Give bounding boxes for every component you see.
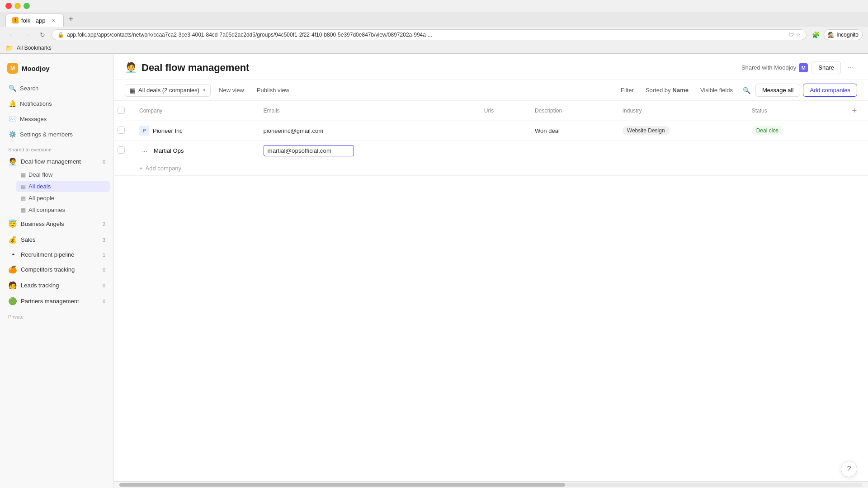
sidebar-item-deal-flow[interactable]: ▦ Deal flow bbox=[16, 169, 110, 180]
add-companies-btn[interactable]: Add companies bbox=[803, 84, 857, 97]
group-header-partners[interactable]: 🟢 Partners management 0 bbox=[4, 294, 110, 309]
row-checkbox[interactable] bbox=[118, 127, 125, 134]
new-view-btn[interactable]: New view bbox=[214, 84, 249, 96]
company-cell[interactable]: P Pioneer Inc bbox=[132, 121, 256, 141]
minimize-window-btn[interactable] bbox=[14, 3, 21, 9]
th-urls[interactable]: Urls bbox=[477, 101, 528, 121]
filter-btn[interactable]: Filter bbox=[616, 84, 638, 96]
table-header: Company Emails Urls Description Industry… bbox=[114, 101, 868, 121]
horizontal-scrollbar[interactable] bbox=[114, 481, 868, 488]
status-cell[interactable]: Deal clos bbox=[745, 121, 841, 141]
group-count: 1 bbox=[103, 252, 105, 258]
th-emails[interactable]: Emails bbox=[256, 101, 477, 121]
th-add-column[interactable]: + bbox=[841, 101, 868, 121]
urls-cell[interactable] bbox=[477, 121, 528, 141]
company-cell-inner: P Pioneer Inc bbox=[139, 126, 249, 136]
urls-cell[interactable] bbox=[477, 141, 528, 161]
industry-cell[interactable]: Website Design bbox=[615, 121, 745, 141]
sort-label: Sorted by bbox=[646, 87, 671, 94]
email-cell-active[interactable] bbox=[256, 141, 477, 161]
page-emoji: 🧑‍💼 bbox=[125, 62, 137, 74]
email-cell[interactable]: pioneerinc@gmail.com bbox=[256, 121, 477, 141]
add-company-checkbox-cell bbox=[114, 161, 132, 176]
row-more-btn[interactable]: ··· bbox=[139, 145, 150, 156]
add-column-btn[interactable]: + bbox=[848, 104, 861, 117]
group-count: 0 bbox=[103, 283, 105, 288]
plus-icon: + bbox=[139, 165, 143, 172]
sidebar-item-search[interactable]: 🔍 Search bbox=[4, 81, 110, 95]
th-status[interactable]: Status bbox=[745, 101, 841, 121]
help-btn[interactable]: ? bbox=[841, 461, 857, 477]
view-selector-label: All deals (2 companies) bbox=[138, 87, 199, 94]
star-icon[interactable]: ☆ bbox=[796, 32, 801, 38]
extensions-btn[interactable]: 🧩 bbox=[809, 28, 822, 41]
forward-btn[interactable]: → bbox=[21, 28, 33, 41]
group-header-leads[interactable]: 🧑 Leads tracking 0 bbox=[4, 278, 110, 293]
group-count: 0 bbox=[103, 159, 105, 164]
notification-icon: 🔔 bbox=[8, 99, 16, 108]
maximize-window-btn[interactable] bbox=[24, 3, 30, 9]
address-bar[interactable]: 🔒 app.folk.app/apps/contacts/network/cca… bbox=[52, 29, 807, 40]
group-header-competitors[interactable]: 🍊 Competitors tracking 0 bbox=[4, 262, 110, 277]
th-description[interactable]: Description bbox=[528, 101, 615, 121]
group-label: Partners management bbox=[21, 298, 99, 305]
child-label: All companies bbox=[28, 206, 65, 213]
add-company-btn[interactable]: + Add company bbox=[139, 165, 181, 172]
window-controls[interactable] bbox=[5, 3, 30, 9]
incognito-profile-btn[interactable]: 🕵 Incognito bbox=[824, 29, 863, 40]
visible-fields-btn[interactable]: Visible fields bbox=[696, 84, 737, 96]
sidebar-item-notifications[interactable]: 🔔 Notifications bbox=[4, 96, 110, 111]
tab-favicon: f bbox=[12, 17, 19, 23]
description-cell[interactable]: Won deal bbox=[528, 121, 615, 141]
address-bar-icons: 🛡 ☆ bbox=[788, 32, 801, 38]
shield-icon: 🛡 bbox=[788, 32, 794, 38]
table-body: P Pioneer Inc pioneerinc@gmail.com Won d… bbox=[114, 121, 868, 176]
sort-btn[interactable]: Sorted by Name bbox=[641, 84, 693, 96]
share-button[interactable]: Share bbox=[811, 61, 841, 74]
group-header-deal-flow-management[interactable]: 🧑‍💼 Deal flow management 0 bbox=[4, 154, 110, 169]
sidebar-item-all-deals[interactable]: ▦ All deals bbox=[16, 181, 110, 192]
bookmarks-label: All Bookmarks bbox=[17, 45, 52, 51]
view-selector[interactable]: ▦ All deals (2 companies) ▾ bbox=[125, 84, 211, 97]
shared-section-label: Shared to everyone bbox=[0, 141, 113, 154]
industry-tag: Website Design bbox=[623, 126, 670, 135]
add-company-label: Add company bbox=[146, 165, 182, 172]
industry-cell[interactable] bbox=[615, 141, 745, 161]
group-header-sales[interactable]: 💰 Sales 3 bbox=[4, 232, 110, 247]
sidebar-item-messages[interactable]: ✉️ Messages bbox=[4, 112, 110, 126]
browser-titlebar bbox=[0, 0, 868, 12]
back-btn[interactable]: ← bbox=[5, 28, 18, 41]
status-cell[interactable] bbox=[745, 141, 841, 161]
sidebar-item-all-companies[interactable]: ▦ All companies bbox=[16, 204, 110, 216]
th-company[interactable]: Company bbox=[132, 101, 256, 121]
th-industry[interactable]: Industry bbox=[615, 101, 745, 121]
active-tab[interactable]: f folk - app × bbox=[5, 14, 64, 27]
close-tab-btn[interactable]: × bbox=[50, 17, 57, 24]
row-checkbox[interactable] bbox=[118, 146, 125, 154]
sidebar-logo[interactable]: M Moodjoy bbox=[0, 59, 113, 81]
app-container: M Moodjoy 🔍 Search 🔔 Notifications ✉️ Me… bbox=[0, 54, 868, 488]
group-label: Business Angels bbox=[21, 221, 99, 227]
email-input[interactable] bbox=[264, 145, 354, 156]
new-tab-btn[interactable]: + bbox=[64, 12, 78, 27]
row-checkbox-cell bbox=[114, 121, 132, 141]
group-header-business-angels[interactable]: 😇 Business Angels 2 bbox=[4, 216, 110, 231]
more-options-btn[interactable]: ··· bbox=[844, 61, 857, 74]
sidebar-item-all-people[interactable]: ▦ All people bbox=[16, 192, 110, 204]
scrollbar-thumb[interactable] bbox=[119, 483, 565, 487]
sidebar-item-settings[interactable]: ⚙️ Settings & members bbox=[4, 127, 110, 141]
add-company-row: + Add company bbox=[114, 161, 868, 176]
description-cell[interactable] bbox=[528, 141, 615, 161]
address-bar-row: ← → ↻ 🔒 app.folk.app/apps/contacts/netwo… bbox=[0, 27, 868, 43]
publish-view-btn[interactable]: Publish view bbox=[252, 84, 294, 96]
message-all-btn[interactable]: Message all bbox=[755, 84, 800, 97]
select-all-checkbox[interactable] bbox=[118, 107, 125, 114]
group-label: Sales bbox=[21, 236, 99, 243]
status-tag: Deal clos bbox=[752, 126, 783, 135]
close-window-btn[interactable] bbox=[5, 3, 12, 9]
search-table-btn[interactable]: 🔍 bbox=[740, 84, 753, 97]
sales-emoji: 💰 bbox=[8, 235, 17, 244]
company-cell[interactable]: ··· Martial Ops bbox=[132, 141, 256, 161]
refresh-btn[interactable]: ↻ bbox=[36, 28, 49, 41]
group-header-recruitment[interactable]: •• Recruitment pipeline 1 bbox=[4, 248, 110, 261]
